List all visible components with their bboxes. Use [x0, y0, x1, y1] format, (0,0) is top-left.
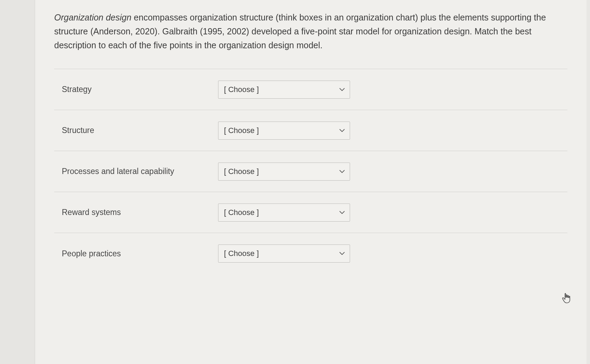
cursor-hand-icon	[560, 292, 573, 306]
question-prompt: Organization design encompasses organiza…	[54, 10, 567, 52]
dropdown-people[interactable]: [ Choose ]	[218, 245, 350, 263]
dropdown-rewards[interactable]: [ Choose ]	[218, 204, 350, 222]
dropdown-processes[interactable]: [ Choose ]	[218, 163, 350, 181]
dropdown-selected-text: [ Choose ]	[224, 85, 259, 94]
match-row-people: People practices [ Choose ]	[54, 233, 567, 274]
dropdown-selected-text: [ Choose ]	[224, 126, 259, 135]
match-row-processes: Processes and lateral capability [ Choos…	[54, 151, 567, 192]
chevron-down-icon	[339, 211, 345, 214]
dropdown-selected-text: [ Choose ]	[224, 249, 259, 258]
match-label: People practices	[62, 249, 218, 258]
match-rows: Strategy [ Choose ] Structure [ Choose ]	[54, 69, 567, 274]
match-row-structure: Structure [ Choose ]	[54, 110, 567, 151]
dropdown-strategy[interactable]: [ Choose ]	[218, 81, 350, 99]
left-gutter	[0, 0, 35, 364]
match-label: Reward systems	[62, 208, 218, 217]
match-label: Processes and lateral capability	[62, 167, 218, 176]
prompt-italic-term: Organization design	[54, 13, 131, 22]
match-label: Structure	[62, 126, 218, 135]
match-label: Strategy	[62, 85, 218, 94]
dropdown-structure[interactable]: [ Choose ]	[218, 122, 350, 140]
match-row-strategy: Strategy [ Choose ]	[54, 69, 567, 110]
dropdown-selected-text: [ Choose ]	[224, 208, 259, 217]
chevron-down-icon	[339, 129, 345, 132]
match-row-rewards: Reward systems [ Choose ]	[54, 192, 567, 233]
question-container: Organization design encompasses organiza…	[35, 0, 587, 364]
chevron-down-icon	[339, 252, 345, 255]
chevron-down-icon	[339, 88, 345, 91]
dropdown-selected-text: [ Choose ]	[224, 167, 259, 176]
chevron-down-icon	[339, 170, 345, 173]
